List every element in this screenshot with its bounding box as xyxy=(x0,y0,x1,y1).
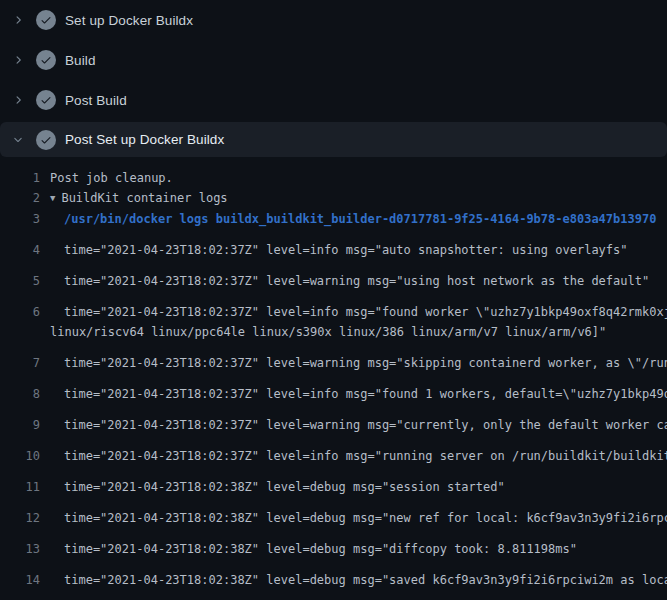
log-line: 7 ▼time="2021-04-23T18:02:37Z" level=war… xyxy=(0,342,667,373)
log-line-text: time="2021-04-23T18:02:37Z" level=info m… xyxy=(64,243,628,257)
log-line: 15 ▼time="2021-04-23T18:02:38Z" level=de… xyxy=(0,590,667,600)
log-line: ▼linux/riscv64 linux/ppc64le linux/s390x… xyxy=(0,322,667,342)
step-section-label: Set up Docker Buildx xyxy=(65,13,193,28)
check-circle-icon xyxy=(36,130,56,150)
log-line-number[interactable]: 2 xyxy=(0,188,40,209)
log-line-number[interactable]: 6 xyxy=(0,302,40,322)
step-section-header-post-build[interactable]: Post Build xyxy=(0,80,667,120)
log-line-number[interactable]: 8 xyxy=(0,384,40,404)
log-line: 12 ▼time="2021-04-23T18:02:38Z" level=de… xyxy=(0,497,667,528)
step-section-label: Post Set up Docker Buildx xyxy=(65,132,224,147)
log-line-text: time="2021-04-23T18:02:37Z" level=warnin… xyxy=(64,418,667,432)
log-line: 5 ▼time="2021-04-23T18:02:37Z" level=war… xyxy=(0,260,667,291)
log-line-number[interactable]: 12 xyxy=(0,508,40,528)
log-line-text: time="2021-04-23T18:02:38Z" level=debug … xyxy=(64,573,667,587)
log-line-number[interactable]: 5 xyxy=(0,271,40,291)
log-line-number[interactable]: 13 xyxy=(0,539,40,559)
log-viewer: 1 ▼Post job cleanup. 2 ▼BuildKit contain… xyxy=(0,157,667,600)
log-line-number[interactable]: 11 xyxy=(0,477,40,497)
workflow-steps-list: Set up Docker Buildx Build Post Build xyxy=(0,0,667,157)
log-line-text: time="2021-04-23T18:02:38Z" level=debug … xyxy=(64,542,577,556)
chevron-down-icon[interactable] xyxy=(12,132,24,148)
chevron-right-icon[interactable] xyxy=(12,12,24,28)
chevron-right-icon[interactable] xyxy=(12,92,24,108)
log-line-text: BuildKit container logs xyxy=(61,191,227,205)
log-line-text: /usr/bin/docker logs buildx_buildkit_bui… xyxy=(64,212,656,226)
log-line-text: time="2021-04-23T18:02:37Z" level=warnin… xyxy=(64,274,649,288)
log-line-text: time="2021-04-23T18:02:38Z" level=debug … xyxy=(64,480,505,494)
check-circle-icon xyxy=(36,10,56,30)
log-line: 2 ▼BuildKit container logs xyxy=(0,188,667,209)
step-section-header-post-set-up-docker-buildx[interactable]: Post Set up Docker Buildx xyxy=(0,122,667,157)
log-line: 9 ▼time="2021-04-23T18:02:37Z" level=war… xyxy=(0,404,667,435)
log-line-number[interactable] xyxy=(0,322,40,342)
log-line-number[interactable]: 3 xyxy=(0,209,40,229)
check-circle-icon xyxy=(36,50,56,70)
log-line: 6 ▼time="2021-04-23T18:02:37Z" level=inf… xyxy=(0,291,667,322)
log-line-number[interactable]: 14 xyxy=(0,570,40,590)
log-line-text: linux/riscv64 linux/ppc64le linux/s390x … xyxy=(50,325,606,339)
chevron-right-icon[interactable] xyxy=(12,52,24,68)
log-line-number[interactable]: 4 xyxy=(0,240,40,260)
log-group-toggle-icon[interactable]: ▼ xyxy=(50,193,55,203)
log-line-text: time="2021-04-23T18:02:37Z" level=info m… xyxy=(64,305,667,319)
check-circle-icon xyxy=(36,90,56,110)
log-line: 10 ▼time="2021-04-23T18:02:37Z" level=in… xyxy=(0,435,667,466)
actions-log-panel: Set up Docker Buildx Build Post Build xyxy=(0,0,667,600)
step-section-label: Post Build xyxy=(65,93,127,108)
step-section-label: Build xyxy=(65,53,96,68)
log-line-number[interactable]: 1 xyxy=(0,168,40,188)
log-line-text: time="2021-04-23T18:02:37Z" level=warnin… xyxy=(64,356,667,370)
log-line-number[interactable]: 9 xyxy=(0,415,40,435)
log-line-text: time="2021-04-23T18:02:37Z" level=info m… xyxy=(64,449,667,463)
log-line-text: time="2021-04-23T18:02:38Z" level=debug … xyxy=(64,511,667,525)
log-line-number[interactable]: 10 xyxy=(0,446,40,466)
log-line-text: time="2021-04-23T18:02:37Z" level=info m… xyxy=(64,387,667,401)
log-line: 4 ▼time="2021-04-23T18:02:37Z" level=inf… xyxy=(0,229,667,260)
log-line: 8 ▼time="2021-04-23T18:02:37Z" level=inf… xyxy=(0,373,667,404)
log-line: 14 ▼time="2021-04-23T18:02:38Z" level=de… xyxy=(0,559,667,590)
log-line: 1 ▼Post job cleanup. xyxy=(0,168,667,188)
log-line-number[interactable]: 7 xyxy=(0,353,40,373)
step-section-header-set-up-docker-buildx[interactable]: Set up Docker Buildx xyxy=(0,0,667,40)
log-line: 11 ▼time="2021-04-23T18:02:38Z" level=de… xyxy=(0,466,667,497)
step-section-header-build[interactable]: Build xyxy=(0,40,667,80)
log-line: 3 ▼/usr/bin/docker logs buildx_buildkit_… xyxy=(0,209,667,229)
log-line: 13 ▼time="2021-04-23T18:02:38Z" level=de… xyxy=(0,528,667,559)
log-line-text: Post job cleanup. xyxy=(50,171,173,185)
